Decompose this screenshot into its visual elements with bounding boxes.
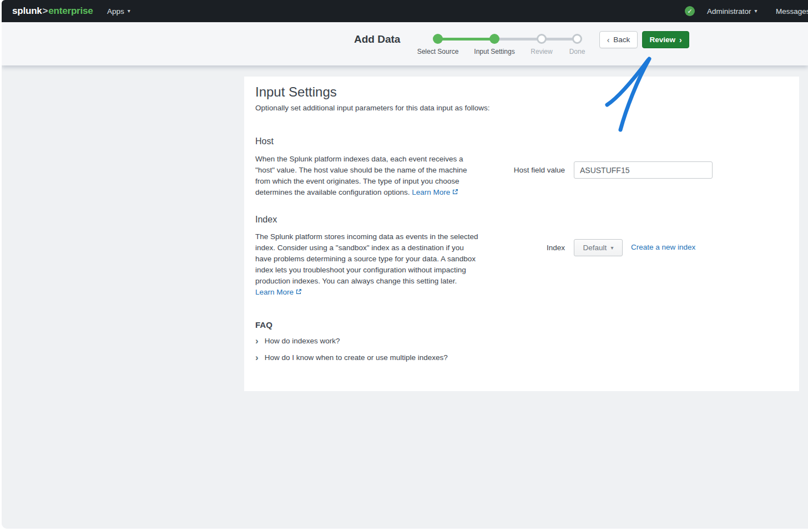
page-background: Input Settings Optionally set additional… xyxy=(2,65,808,529)
index-learn-more-link[interactable]: Learn More xyxy=(255,288,302,296)
host-field-input[interactable] xyxy=(574,161,713,179)
host-description: When the Splunk platform indexes data, e… xyxy=(255,154,478,199)
step-dot-review xyxy=(537,34,547,44)
browser-viewport: splunk>enterprise Apps ▾ ✓ Administrator… xyxy=(2,0,808,529)
chevron-right-icon: › xyxy=(255,337,259,344)
faq-heading: FAQ xyxy=(255,320,272,330)
chevron-left-icon: ‹ xyxy=(607,36,610,44)
back-button[interactable]: ‹ Back xyxy=(599,31,638,48)
stepper-connector xyxy=(494,38,542,40)
back-button-label: Back xyxy=(613,36,630,44)
caret-down-icon: ▾ xyxy=(610,245,613,251)
faq-item-label: How do indexes work? xyxy=(265,337,340,345)
index-dropdown-value: Default xyxy=(583,244,607,252)
create-new-index-link[interactable]: Create a new index xyxy=(631,243,695,251)
index-section-heading: Index xyxy=(255,215,277,225)
user-menu-label: Administrator xyxy=(707,7,751,16)
chevron-right-icon: › xyxy=(679,36,682,44)
step-dot-input-settings xyxy=(489,34,499,44)
logo-gt-icon: > xyxy=(42,6,49,17)
apps-menu[interactable]: Apps ▾ xyxy=(107,0,130,22)
apps-menu-label: Apps xyxy=(107,7,124,16)
logo-brand: splunk xyxy=(12,6,42,17)
learn-more-label: Learn More xyxy=(255,288,294,296)
index-description-text: The Splunk platform stores incoming data… xyxy=(255,232,478,285)
topbar: splunk>enterprise Apps ▾ ✓ Administrator… xyxy=(2,0,808,22)
step-label-input-settings: Input Settings xyxy=(474,48,514,55)
app-window: splunk>enterprise Apps ▾ ✓ Administrator… xyxy=(0,0,808,532)
user-menu[interactable]: Administrator ▾ xyxy=(707,0,758,22)
page-title: Input Settings xyxy=(255,84,337,100)
chevron-right-icon: › xyxy=(255,354,259,361)
check-icon: ✓ xyxy=(687,8,692,15)
review-button[interactable]: Review › xyxy=(642,31,689,48)
step-dot-done xyxy=(572,34,582,44)
review-button-label: Review xyxy=(649,36,675,44)
faq-item-label: How do I know when to create or use mult… xyxy=(265,353,448,362)
stepper-connector-complete xyxy=(438,38,494,40)
index-dropdown[interactable]: Default ▾ xyxy=(574,239,623,256)
index-description: The Splunk platform stores incoming data… xyxy=(255,231,478,298)
index-field-label: Index xyxy=(476,244,565,252)
caret-down-icon: ▾ xyxy=(128,8,130,14)
learn-more-label: Learn More xyxy=(412,188,450,196)
messages-menu[interactable]: Messages xyxy=(776,0,808,22)
step-dot-select-source xyxy=(433,34,443,44)
step-label-done: Done xyxy=(569,48,585,55)
host-section-heading: Host xyxy=(255,136,274,146)
host-learn-more-link[interactable]: Learn More xyxy=(412,188,458,196)
splunk-logo[interactable]: splunk>enterprise xyxy=(12,0,93,22)
step-label-select-source: Select Source xyxy=(417,48,459,55)
faq-item[interactable]: › How do I know when to create or use mu… xyxy=(255,353,448,362)
messages-menu-label: Messages xyxy=(776,7,808,16)
page-subtitle: Optionally set additional input paramete… xyxy=(255,104,489,112)
step-label-review: Review xyxy=(531,48,552,55)
logo-product: enterprise xyxy=(48,6,93,17)
faq-item[interactable]: › How do indexes work? xyxy=(255,337,340,345)
host-field-label: Host field value xyxy=(476,166,565,174)
input-settings-card: Input Settings Optionally set additional… xyxy=(244,77,799,391)
caret-down-icon: ▾ xyxy=(755,8,758,14)
external-link-icon xyxy=(295,287,302,298)
wizard-header: Add Data Select Source Input Settings Re… xyxy=(2,22,808,65)
health-check-icon[interactable]: ✓ xyxy=(685,6,695,16)
external-link-icon xyxy=(452,188,458,199)
